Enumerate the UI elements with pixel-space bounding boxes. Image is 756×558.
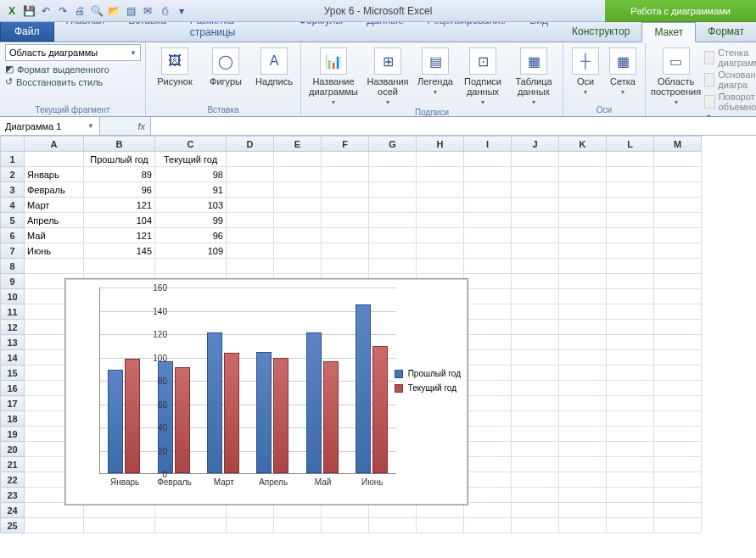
cell-E1[interactable] <box>274 152 322 167</box>
cell-A6[interactable]: Май <box>25 228 84 243</box>
data-table-button[interactable]: ▦Таблица данных▾ <box>510 44 557 106</box>
cell-I2[interactable] <box>464 167 512 182</box>
cell-I4[interactable] <box>464 198 512 213</box>
cell-K18[interactable] <box>559 411 607 427</box>
cell-M20[interactable] <box>654 442 702 457</box>
cell-K23[interactable] <box>559 488 607 503</box>
cell-J19[interactable] <box>512 427 559 442</box>
tab-Формат[interactable]: Формат <box>696 22 756 42</box>
cell-K14[interactable] <box>559 350 607 365</box>
cell-M14[interactable] <box>654 350 702 365</box>
cell-L21[interactable] <box>607 457 654 472</box>
cell-J18[interactable] <box>512 411 559 427</box>
cell-I5[interactable] <box>464 213 512 228</box>
new-icon[interactable]: ▤ <box>124 4 137 18</box>
col-header-D[interactable]: D <box>227 137 274 152</box>
cell-E8[interactable] <box>274 259 322 274</box>
email-icon[interactable]: ✉ <box>141 4 154 18</box>
cell-D3[interactable] <box>227 182 274 198</box>
cell-F1[interactable] <box>322 152 369 167</box>
chart-legend[interactable]: Прошлый год Текущий год <box>395 364 461 398</box>
cell-E5[interactable] <box>274 213 322 228</box>
cell-E6[interactable] <box>274 228 322 243</box>
cell-K19[interactable] <box>559 427 607 442</box>
cell-L13[interactable] <box>607 335 654 350</box>
cell-L15[interactable] <box>607 365 654 381</box>
row-header-9[interactable]: 9 <box>1 274 25 289</box>
cell-J1[interactable] <box>512 152 559 167</box>
cell-D1[interactable] <box>227 152 274 167</box>
save-icon[interactable]: 💾 <box>22 4 36 18</box>
bar-Текущий год-Март[interactable] <box>224 353 239 473</box>
cell-J25[interactable] <box>512 518 559 533</box>
print-icon[interactable]: 🖨 <box>73 4 87 18</box>
col-header-E[interactable]: E <box>274 137 322 152</box>
cell-L19[interactable] <box>607 427 654 442</box>
cell-I11[interactable] <box>464 304 512 320</box>
cell-I20[interactable] <box>464 442 512 457</box>
plot-area-button[interactable]: ▭Область построения▾ <box>651 44 701 112</box>
cell-L12[interactable] <box>607 320 654 335</box>
cell-A8[interactable] <box>25 259 84 274</box>
cell-J11[interactable] <box>512 304 559 320</box>
cell-F6[interactable] <box>322 228 369 243</box>
cell-A2[interactable]: Январь <box>25 167 84 182</box>
cell-F25[interactable] <box>322 518 369 533</box>
cell-J10[interactable] <box>512 289 559 304</box>
chart-title-button[interactable]: 📊Название диаграммы▾ <box>306 44 361 106</box>
open-icon[interactable]: 📂 <box>107 4 120 18</box>
cell-G3[interactable] <box>369 182 417 198</box>
cell-H2[interactable] <box>417 167 464 182</box>
data-labels-button[interactable]: ⊡Подписи данных▾ <box>459 44 507 106</box>
cell-J6[interactable] <box>512 228 559 243</box>
reset-style-button[interactable]: ↺ Восстановить стиль <box>5 75 140 88</box>
row-header-3[interactable]: 3 <box>1 182 25 198</box>
chart-element-selector[interactable]: Область диаграммы ▼ <box>5 44 141 61</box>
cell-M18[interactable] <box>654 411 702 427</box>
cell-J23[interactable] <box>512 488 559 503</box>
cell-I1[interactable] <box>464 152 512 167</box>
row-header-16[interactable]: 16 <box>1 381 25 396</box>
row-header-24[interactable]: 24 <box>1 503 25 518</box>
col-header-I[interactable]: I <box>464 137 512 152</box>
cell-K15[interactable] <box>559 365 607 381</box>
col-header-C[interactable]: C <box>155 137 227 152</box>
tab-Макет[interactable]: Макет <box>641 22 696 42</box>
cell-M11[interactable] <box>654 304 702 320</box>
row-header-15[interactable]: 15 <box>1 365 25 381</box>
cell-E25[interactable] <box>274 518 322 533</box>
cell-L17[interactable] <box>607 396 654 411</box>
format-selection-button[interactable]: ◩ Формат выделенного <box>5 63 140 75</box>
row-header-19[interactable]: 19 <box>1 427 25 442</box>
cell-L6[interactable] <box>607 228 654 243</box>
cell-I19[interactable] <box>464 427 512 442</box>
cell-K8[interactable] <box>559 259 607 274</box>
cell-B3[interactable]: 96 <box>84 182 155 198</box>
cell-I12[interactable] <box>464 320 512 335</box>
cell-H4[interactable] <box>417 198 464 213</box>
row-header-4[interactable]: 4 <box>1 198 25 213</box>
cell-M3[interactable] <box>654 182 702 198</box>
bar-Текущий год-Июнь[interactable] <box>372 346 388 473</box>
row-header-17[interactable]: 17 <box>1 396 25 411</box>
col-header-G[interactable]: G <box>369 137 417 152</box>
row-header-21[interactable]: 21 <box>1 457 25 472</box>
cell-A5[interactable]: Апрель <box>25 213 84 228</box>
insert-textbox-button[interactable]: AНадпись <box>253 44 295 103</box>
cell-M8[interactable] <box>654 259 702 274</box>
formula-input[interactable] <box>151 117 756 135</box>
cell-J12[interactable] <box>512 320 559 335</box>
cell-J3[interactable] <box>512 182 559 198</box>
cell-C7[interactable]: 109 <box>155 243 227 259</box>
row-header-6[interactable]: 6 <box>1 228 25 243</box>
cell-L10[interactable] <box>607 289 654 304</box>
cell-J21[interactable] <box>512 457 559 472</box>
cell-M1[interactable] <box>654 152 702 167</box>
cell-G5[interactable] <box>369 213 417 228</box>
cell-C8[interactable] <box>155 259 227 274</box>
bar-Прошлый год-Май[interactable] <box>306 332 322 473</box>
cell-K25[interactable] <box>559 518 607 533</box>
row-header-18[interactable]: 18 <box>1 411 25 427</box>
cell-B25[interactable] <box>84 518 155 533</box>
cell-D5[interactable] <box>227 213 274 228</box>
